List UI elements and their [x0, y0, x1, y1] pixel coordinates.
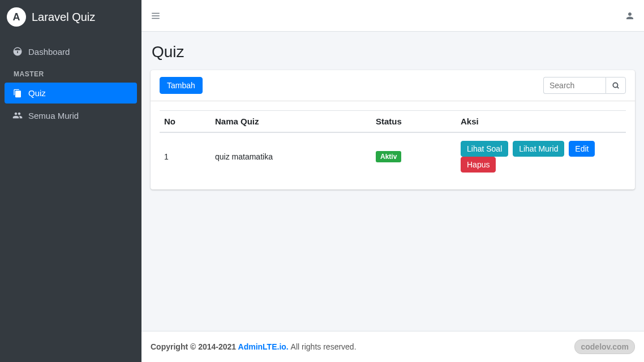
- dashboard-icon: [11, 46, 24, 57]
- card-body: No Nama Quiz Status Aksi 1 quiz matamati…: [151, 101, 635, 189]
- svg-line-4: [617, 87, 619, 89]
- content: Quiz Tambah: [141, 32, 644, 331]
- view-questions-button[interactable]: Lihat Soal: [461, 141, 508, 157]
- watermark-badge: codelov.com: [574, 339, 635, 354]
- brand-link[interactable]: A Laravel Quiz: [0, 0, 141, 34]
- add-button[interactable]: Tambah: [160, 77, 203, 94]
- status-badge: Aktiv: [376, 151, 401, 162]
- table-row: 1 quiz matamatika Aktiv Lihat Soal Lihat…: [160, 132, 626, 180]
- search-input[interactable]: [543, 77, 606, 94]
- col-status: Status: [371, 111, 456, 133]
- cell-status: Aktiv: [371, 132, 456, 180]
- cell-no: 1: [160, 132, 211, 180]
- sidebar-item-quiz[interactable]: Quiz: [5, 83, 137, 104]
- col-no: No: [160, 111, 211, 133]
- brand-title: Laravel Quiz: [32, 11, 95, 24]
- cell-name: quiz matamatika: [211, 132, 371, 180]
- search-icon: [612, 81, 620, 89]
- user-icon[interactable]: [625, 11, 635, 21]
- brand-logo: A: [7, 7, 26, 27]
- footer-copyright: Copyright © 2014-2021 AdminLTE.io. All r…: [151, 342, 357, 351]
- page-title: Quiz: [152, 43, 635, 61]
- sidebar-nav: Dashboard MASTER Quiz Semua Murid: [0, 34, 141, 133]
- hamburger-icon[interactable]: [151, 11, 161, 21]
- footer-copyright-prefix: Copyright © 2014-2021: [151, 342, 238, 351]
- col-action: Aksi: [456, 111, 626, 133]
- sidebar-item-label: Semua Murid: [28, 111, 79, 120]
- sidebar-item-students[interactable]: Semua Murid: [5, 105, 137, 126]
- card-header: Tambah: [151, 70, 635, 101]
- quiz-card: Tambah No: [151, 70, 635, 189]
- footer: Copyright © 2014-2021 AdminLTE.io. All r…: [141, 331, 644, 362]
- col-name: Nama Quiz: [211, 111, 371, 133]
- users-icon: [11, 110, 24, 120]
- copy-icon: [11, 89, 24, 98]
- delete-button[interactable]: Hapus: [461, 157, 496, 173]
- quiz-table: No Nama Quiz Status Aksi 1 quiz matamati…: [160, 110, 626, 180]
- sidebar-item-dashboard[interactable]: Dashboard: [5, 41, 137, 62]
- topbar: [141, 0, 644, 32]
- edit-button[interactable]: Edit: [569, 141, 595, 157]
- sidebar-item-label: Dashboard: [28, 47, 70, 57]
- cell-actions: Lihat Soal Lihat Murid Edit Hapus: [456, 132, 626, 180]
- sidebar-item-label: Quiz: [28, 88, 46, 98]
- view-students-button[interactable]: Lihat Murid: [513, 141, 564, 157]
- footer-link[interactable]: AdminLTE.io.: [238, 342, 289, 351]
- sidebar: A Laravel Quiz Dashboard MASTER Quiz: [0, 0, 141, 362]
- footer-suffix: All rights reserved.: [291, 342, 357, 351]
- search-button[interactable]: [606, 77, 626, 94]
- search-group: [543, 77, 626, 94]
- svg-point-3: [613, 83, 617, 87]
- sidebar-section-header: MASTER: [5, 63, 137, 81]
